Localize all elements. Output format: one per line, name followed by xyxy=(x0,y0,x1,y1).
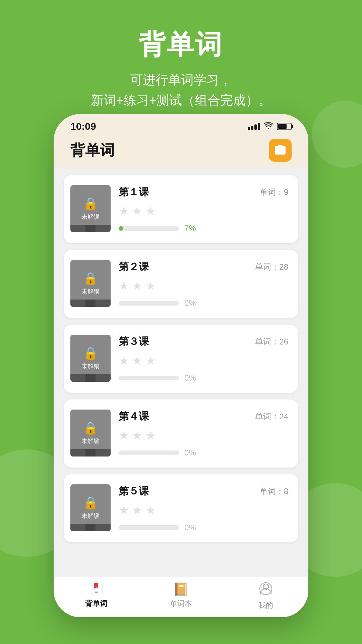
progress-row-3: 0% xyxy=(119,373,288,383)
nav-item-wordbook[interactable]: 📔 单词本 xyxy=(138,582,223,610)
status-icons xyxy=(248,122,292,131)
book-icon-1: 🔒 未解锁 xyxy=(70,185,111,232)
lesson-top-3: 第３课 单词：26 xyxy=(119,335,288,348)
lesson-name-2: 第２课 xyxy=(119,260,149,274)
progress-bar-bg-2 xyxy=(119,301,179,306)
svg-text:📖: 📖 xyxy=(95,590,98,593)
lock-icon-4: 🔒 xyxy=(83,421,98,435)
stars-2: ★ ★ ★ xyxy=(119,279,288,292)
star-3-2: ★ xyxy=(145,279,156,292)
word-count-3: 单词：26 xyxy=(255,336,288,347)
lesson-name-3: 第３课 xyxy=(119,335,149,348)
lesson-card-1[interactable]: 🔒 未解锁 第１课 单词：9 ★ ★ ★ 7% xyxy=(64,175,298,243)
progress-bar-bg-1 xyxy=(119,226,179,231)
progress-bar-bg-3 xyxy=(119,376,179,380)
stars-4: ★ ★ ★ xyxy=(119,429,288,442)
progress-bar-fill-1 xyxy=(119,226,123,231)
lesson-info-3: 第３课 单词：26 ★ ★ ★ 0% xyxy=(119,335,288,383)
star-2-5: ★ xyxy=(132,503,142,517)
star-1-4: ★ xyxy=(119,429,129,442)
phone-mockup: 10:09 背单词 xyxy=(54,114,308,617)
word-count-2: 单词：28 xyxy=(255,262,288,272)
star-3-1: ★ xyxy=(145,204,156,218)
lock-icon-3: 🔒 xyxy=(83,346,98,360)
star-2-2: ★ xyxy=(132,279,142,292)
lesson-card-4[interactable]: 🔒 未解锁 第４课 单词：24 ★ ★ ★ 0% xyxy=(64,399,298,468)
locked-text-3: 未解锁 xyxy=(81,362,100,370)
app-title: 背单词 xyxy=(70,141,115,160)
lesson-name-5: 第５课 xyxy=(119,484,149,498)
page-subtitle: 可进行单词学习， 新词+练习+测试（组合完成）。 xyxy=(13,70,349,111)
bottom-nav: 📖 背单词 📔 单词本 我的 xyxy=(54,576,308,617)
lesson-top-1: 第１课 单词：9 xyxy=(119,185,288,199)
lock-icon-5: 🔒 xyxy=(83,496,98,510)
wifi-icon xyxy=(264,122,273,131)
star-2-1: ★ xyxy=(132,204,142,218)
word-count-4: 单词：24 xyxy=(255,411,288,422)
progress-row-4: 0% xyxy=(119,448,288,458)
lesson-top-4: 第４课 单词：24 xyxy=(119,410,288,423)
stars-5: ★ ★ ★ xyxy=(119,503,288,517)
app-header: 背单词 xyxy=(54,136,308,168)
star-1-1: ★ xyxy=(119,204,129,218)
progress-row-5: 0% xyxy=(119,523,288,532)
lesson-info-2: 第２课 单词：28 ★ ★ ★ 0% xyxy=(119,260,288,308)
lock-icon-2: 🔒 xyxy=(83,271,98,285)
nav-label-beidan: 背单词 xyxy=(85,599,107,609)
progress-row-1: 7% xyxy=(119,224,288,233)
lesson-top-2: 第２课 单词：28 xyxy=(119,260,288,274)
progress-text-4: 0% xyxy=(184,448,196,458)
star-2-3: ★ xyxy=(132,354,142,367)
page-title: 背单词 xyxy=(13,27,349,63)
nav-label-mine: 我的 xyxy=(258,600,273,610)
locked-text-1: 未解锁 xyxy=(81,213,100,221)
book-icon-2: 🔒 未解锁 xyxy=(70,260,111,307)
nav-icon-mine xyxy=(259,582,273,598)
lesson-info-5: 第５课 单词：8 ★ ★ ★ 0% xyxy=(119,484,288,532)
progress-bar-bg-4 xyxy=(119,450,179,455)
nav-label-wordbook: 单词本 xyxy=(170,599,192,609)
lesson-info-1: 第１课 单词：9 ★ ★ ★ 7% xyxy=(119,185,288,233)
lesson-info-4: 第４课 单词：24 ★ ★ ★ 0% xyxy=(119,410,288,458)
lock-icon-1: 🔒 xyxy=(83,197,98,211)
nav-item-mine[interactable]: 我的 xyxy=(224,582,308,610)
star-1-3: ★ xyxy=(119,354,129,367)
camera-icon xyxy=(274,144,287,157)
locked-text-2: 未解锁 xyxy=(81,287,100,296)
star-1-2: ★ xyxy=(119,279,129,292)
content-area: 🔒 未解锁 第１课 单词：9 ★ ★ ★ 7% 🔒 未解锁 xyxy=(54,168,308,576)
locked-text-4: 未解锁 xyxy=(81,437,100,445)
nav-icon-beidan: 📖 xyxy=(89,582,104,597)
progress-text-1: 7% xyxy=(184,224,196,233)
star-3-5: ★ xyxy=(145,503,156,517)
book-icon-5: 🔒 未解锁 xyxy=(70,484,111,531)
word-count-1: 单词：9 xyxy=(260,187,288,198)
progress-text-5: 0% xyxy=(184,523,196,532)
lesson-card-5[interactable]: 🔒 未解锁 第５课 单词：8 ★ ★ ★ 0% xyxy=(64,474,298,542)
star-3-3: ★ xyxy=(145,354,156,367)
word-count-5: 单词：8 xyxy=(260,486,288,497)
progress-text-2: 0% xyxy=(184,299,196,308)
progress-text-3: 0% xyxy=(184,373,196,383)
star-1-5: ★ xyxy=(119,503,129,517)
status-time: 10:09 xyxy=(70,121,96,132)
progress-bar-bg-5 xyxy=(119,525,179,530)
stars-1: ★ ★ ★ xyxy=(119,204,288,218)
lesson-card-2[interactable]: 🔒 未解锁 第２课 单词：28 ★ ★ ★ 0% xyxy=(64,250,298,318)
star-3-4: ★ xyxy=(145,429,156,442)
nav-item-beidan[interactable]: 📖 背单词 xyxy=(54,582,138,610)
status-bar: 10:09 xyxy=(54,114,308,136)
locked-text-5: 未解锁 xyxy=(81,512,100,520)
lesson-card-3[interactable]: 🔒 未解锁 第３课 单词：26 ★ ★ ★ 0% xyxy=(64,325,298,393)
nav-icon-wordbook: 📔 xyxy=(173,582,189,597)
star-2-4: ★ xyxy=(132,429,142,442)
battery-icon xyxy=(277,123,292,130)
top-header: 背单词 可进行单词学习， 新词+练习+测试（组合完成）。 xyxy=(0,0,362,124)
progress-row-2: 0% xyxy=(119,299,288,308)
camera-button[interactable] xyxy=(269,139,292,162)
book-icon-4: 🔒 未解锁 xyxy=(70,410,111,457)
stars-3: ★ ★ ★ xyxy=(119,354,288,367)
lesson-name-4: 第４课 xyxy=(119,410,149,423)
lesson-name-1: 第１课 xyxy=(119,185,149,199)
signal-icon xyxy=(248,123,260,130)
